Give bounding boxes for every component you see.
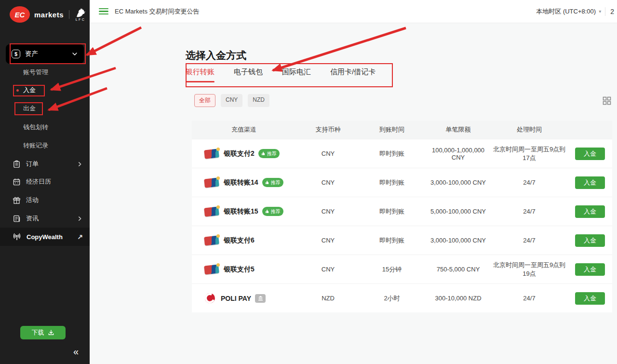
channel-name: 银联支付5: [224, 265, 255, 274]
calendar-icon: [13, 178, 21, 186]
thumb-up-icon: [265, 180, 269, 185]
channel-cell: 银联转账14推荐: [192, 174, 298, 192]
channel-cell: 银联支付5: [192, 260, 298, 279]
item-label: 入金: [23, 86, 36, 94]
table-row: 银联支付6CNY即时到账3,000-100,000 CNY24/7入金: [192, 226, 612, 255]
arrival-cell: 即时到账: [358, 146, 426, 162]
table-body: 银联支付2推荐CNY即时到账100,000-1,000,000 CNY北京时间周…: [192, 139, 612, 312]
hours-cell: 24/7: [491, 233, 568, 248]
lfc-logo: LFC: [75, 8, 86, 21]
chevron-right-icon: [77, 216, 83, 222]
active-dot-icon: [16, 89, 19, 92]
deposit-button[interactable]: 入金: [575, 234, 605, 247]
item-label: 活动: [26, 196, 83, 204]
action-cell: 入金: [568, 259, 612, 280]
filter-nzd[interactable]: NZD: [248, 94, 269, 107]
unionpay-icon: [204, 206, 220, 217]
sidebar-item-wallet-transfer[interactable]: 钱包划转: [23, 121, 48, 133]
download-label: 下载: [32, 328, 44, 337]
sidebar-item-account-management[interactable]: 账号管理: [23, 67, 48, 78]
deposit-button[interactable]: 入金: [575, 292, 605, 305]
currency-cell: CNY: [298, 262, 358, 277]
header-limit: 单笔限额: [426, 121, 491, 138]
channel-cell: 银联支付2推荐: [192, 145, 298, 163]
liverbird-icon: [75, 8, 86, 17]
collapse-sidebar-button[interactable]: «: [73, 346, 79, 357]
announcement-link[interactable]: EC Markets 交易时间变更公告: [115, 7, 200, 16]
deposit-button[interactable]: 入金: [575, 205, 605, 218]
currency-cell: CNY: [298, 233, 358, 248]
sidebar-item-withdraw[interactable]: 出金: [23, 103, 36, 114]
thumb-up-icon: [261, 151, 266, 156]
deposit-method-tabs: 银行转账 电子钱包 国际电汇 信用卡/借记卡: [186, 67, 376, 82]
tab-e-wallet[interactable]: 电子钱包: [234, 67, 263, 82]
currency-cell: CNY: [298, 146, 358, 161]
sidebar-item-orders[interactable]: 订单: [0, 155, 90, 173]
sidebar-item-transfer-records[interactable]: 转账记录: [23, 140, 48, 151]
chevron-down-icon: [71, 51, 78, 57]
brand-name: markets: [34, 11, 64, 19]
limit-cell: 3,000-100,000 CNY: [426, 175, 491, 190]
sidebar: EC markets LFC $ 资产 账号管理 入金 出金: [0, 0, 90, 364]
recommended-badge: 推荐: [262, 207, 283, 216]
caret-down-icon: ▾: [599, 9, 601, 14]
tab-bank-transfer[interactable]: 银行转账: [186, 67, 215, 82]
channel-name: 银联转账14: [224, 178, 258, 187]
news-icon: [13, 215, 21, 223]
sidebar-item-assets[interactable]: $ 资产: [6, 44, 84, 64]
arrival-cell: 即时到账: [358, 175, 426, 191]
item-label: 转账记录: [23, 141, 48, 150]
arrival-cell: 即时到账: [358, 203, 426, 220]
dollar-square-icon: $: [12, 50, 20, 58]
header-channel: 充值渠道: [192, 121, 298, 138]
currency-cell: CNY: [298, 204, 358, 219]
lfc-label: LFC: [76, 18, 86, 21]
clipboard-icon: [13, 160, 21, 168]
gift-icon: [13, 196, 21, 204]
thumb-up-icon: [265, 209, 269, 214]
channel-cell: 银联支付6: [192, 231, 298, 250]
sidebar-item-promotions[interactable]: 活动: [0, 191, 90, 209]
timezone-selector[interactable]: 本地时区 (UTC+8:00): [536, 7, 596, 16]
hours-cell: 北京时间周一至周五9点到19点: [491, 257, 568, 282]
header-action: [568, 126, 612, 134]
deposit-button[interactable]: 入金: [575, 148, 605, 160]
filter-cny[interactable]: CNY: [221, 94, 242, 107]
item-label: 经济日历: [26, 177, 83, 186]
tab-international-wire[interactable]: 国际电汇: [282, 67, 311, 82]
action-cell: 入金: [568, 144, 612, 164]
sidebar-item-economic-calendar[interactable]: 经济日历: [0, 173, 90, 191]
channel-cell: 银联转账15推荐: [192, 202, 298, 221]
arrival-cell: 2小时: [358, 290, 426, 307]
limit-cell: 300-10,000 NZD: [426, 291, 491, 306]
hours-cell: 24/7: [491, 175, 568, 190]
bank-icon: [255, 294, 266, 303]
deposit-button[interactable]: 入金: [575, 263, 605, 276]
sidebar-item-copywealth[interactable]: CopyWealth ↗: [0, 228, 90, 246]
logo-divider: [69, 10, 69, 19]
filter-all[interactable]: 全部: [194, 94, 215, 107]
table-header: 充值渠道 支持币种 到账时间 单笔限额 处理时间: [192, 121, 612, 139]
brand-logo: EC markets LFC: [0, 0, 90, 23]
broadcast-icon: [13, 232, 21, 241]
table-row: POLI PAYNZD2小时300-10,000 NZD24/7入金: [192, 283, 612, 312]
limit-cell: 750-5,000 CNY: [426, 262, 491, 277]
sidebar-item-deposit[interactable]: 入金: [23, 84, 36, 96]
unionpay-icon: [204, 235, 220, 246]
tab-credit-debit-card[interactable]: 信用卡/借记卡: [330, 67, 376, 82]
sidebar-item-news[interactable]: 资讯: [0, 209, 90, 228]
main-content: 选择入金方式 银行转账 电子钱包 国际电汇 信用卡/借记卡 全部 CNY NZD…: [90, 23, 617, 364]
download-button[interactable]: 下载: [20, 326, 66, 339]
recommended-badge: 推荐: [258, 149, 280, 158]
item-label: 钱包划转: [23, 123, 48, 132]
chevron-right-icon: [77, 161, 83, 167]
recommended-badge: 推荐: [262, 178, 283, 187]
currency-cell: NZD: [298, 291, 358, 306]
deposit-button[interactable]: 入金: [575, 176, 605, 189]
limit-cell: 5,000-100,000 CNY: [426, 204, 491, 219]
arrival-cell: 15分钟: [358, 261, 426, 278]
header-arrival: 到账时间: [358, 121, 426, 138]
grid-view-icon[interactable]: [602, 96, 612, 106]
table-row: 银联支付2推荐CNY即时到账100,000-1,000,000 CNY北京时间周…: [192, 139, 612, 168]
hamburger-menu-icon[interactable]: [99, 8, 108, 15]
